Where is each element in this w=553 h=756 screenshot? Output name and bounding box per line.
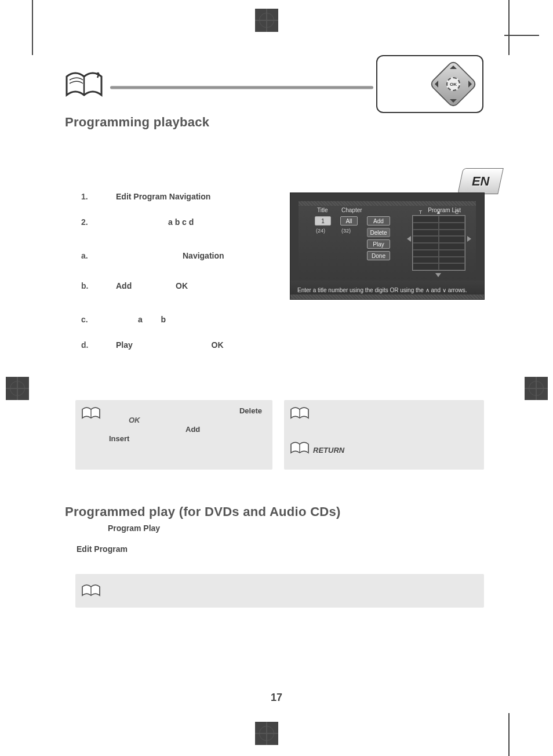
note-text: Add [185,424,200,435]
note-text: Insert [109,434,129,445]
step-text: a [138,315,143,324]
section-title: Programmed play (for DVDs and Audio CDs) [65,504,341,519]
step-number: d. [81,340,96,351]
osd-done-button: Done [367,251,390,260]
note-box: Delete OK Add Insert [75,400,272,470]
body-paragraph: Edit Program [77,544,482,555]
osd-count: (32) [341,228,351,234]
osd-arrow-right-icon [467,236,471,242]
language-tab: EN [457,168,504,194]
crop-mark [32,0,33,55]
osd-footer-hint: Enter a title number using the digits OR… [290,281,484,299]
osd-grid-header-c: C [455,209,459,215]
osd-program-grid [412,215,465,271]
step-number: 1. [81,191,96,202]
note-box [75,574,484,608]
osd-grid-header-t: T [419,209,423,215]
step-text: OK [212,340,224,350]
step-text: a b c d [168,217,194,227]
step-number: a. [81,250,96,261]
step-text: Navigation [183,251,224,260]
open-book-icon [64,70,104,101]
term: Program Play [108,524,160,533]
step-text: Navigation [169,192,211,201]
steps-list: 1. Edit Program Navigation 2. a b c d a.… [81,191,278,365]
dpad-icon: OK [429,60,478,108]
page-number: 17 [0,692,553,704]
note-text: OK [129,415,140,426]
crop-mark [508,0,510,55]
step-number: b. [81,281,96,292]
step-text: OK [176,281,188,290]
osd-arrow-left-icon [407,236,411,242]
osd-count: (24) [316,228,325,234]
body-paragraph: Program Play [77,523,482,534]
open-book-icon [81,406,101,421]
step-text: b [161,315,166,324]
banner-divider [110,86,373,89]
onscreen-display-screenshot: Title Chapter Program List 1 All Add Del… [290,192,485,300]
open-book-icon [81,583,101,598]
dpad-ok-label: OK [446,77,460,91]
osd-column-header: Title [317,207,328,213]
language-tab-label: EN [472,174,490,189]
registration-mark-icon [6,377,29,400]
osd-chapter-value: All [340,216,358,226]
osd-add-button: Add [367,216,390,226]
note-box: RETURN [284,400,484,470]
osd-grid-header: T ▲ C [412,209,465,215]
section-title: Programming playback [65,115,209,130]
step-number: 2. [81,217,96,228]
step-text: Edit Program [116,192,167,201]
remote-illustration: OK [376,55,483,113]
step-text: Add [116,281,132,290]
term: Edit Program [77,544,128,554]
open-book-icon [290,441,310,456]
crop-mark [504,35,539,36]
registration-mark-icon [255,9,278,32]
note-text: Delete [239,406,262,417]
osd-column-header: Chapter [341,207,362,213]
osd-arrow-down-icon [435,273,441,277]
step-text: Play [116,340,133,350]
page-banner: OK [64,70,483,110]
note-text: RETURN [313,445,344,456]
osd-title-value: 1 [315,216,331,226]
step-number: c. [81,314,96,325]
crop-mark [508,713,510,756]
registration-mark-icon [255,722,278,745]
osd-play-button: Play [367,239,390,249]
registration-mark-icon [525,377,548,400]
open-book-icon [290,406,310,421]
osd-delete-button: Delete [367,228,390,237]
